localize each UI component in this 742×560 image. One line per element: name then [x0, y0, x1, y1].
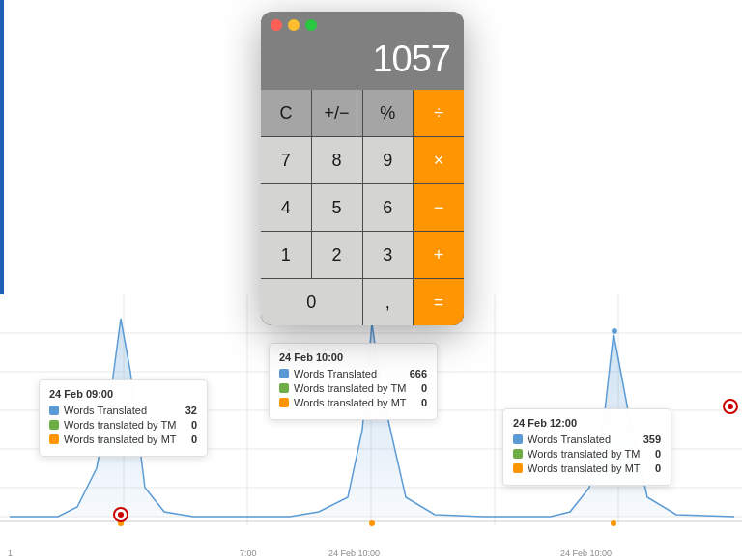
tooltip-center-value-3: 0	[421, 397, 427, 408]
tooltip-left: 24 Feb 09:00 Words Translated 32 Words t…	[39, 379, 208, 457]
tooltip-left-time: 24 Feb 09:00	[49, 388, 197, 400]
tooltip-center-label-3: Words translated by MT	[294, 397, 407, 408]
tooltip-left-label-1: Words Translated	[64, 405, 147, 416]
tooltip-left-value-1: 32	[186, 405, 197, 416]
chart-area: 24 Feb 09:00 Words Translated 32 Words t…	[0, 294, 742, 560]
tooltip-right-row-3: Words translated by MT 0	[513, 462, 661, 474]
tooltip-left-row-2: Words translated by TM 0	[49, 419, 197, 431]
calc-btn-2[interactable]: 2	[312, 232, 362, 278]
tooltip-center-label-2: Words translated by TM	[294, 382, 406, 394]
minimize-button[interactable]	[288, 19, 300, 31]
calc-btn-[interactable]: ,	[363, 279, 414, 325]
tooltip-left-label-2: Words translated by TM	[64, 419, 176, 431]
calculator-window: 1057 C+/−%÷789×456−123+0,=	[261, 12, 464, 325]
tooltip-center-row-2: Words translated by TM 0	[279, 382, 427, 394]
tooltip-right-row-2: Words translated by TM 0	[513, 448, 661, 460]
tooltip-center: 24 Feb 10:00 Words Translated 666 Words …	[269, 343, 438, 420]
legend-orange-icon-c	[279, 398, 289, 407]
calc-btn-[interactable]: ×	[414, 137, 464, 183]
x-label-3: 24 Feb 10:00	[328, 548, 380, 558]
marker-left	[113, 507, 128, 522]
tooltip-center-row-3: Words translated by MT 0	[279, 397, 427, 408]
calc-btn-9[interactable]: 9	[363, 137, 414, 183]
tooltip-left-row-3: Words translated by MT 0	[49, 434, 197, 445]
calc-btn-8[interactable]: 8	[312, 137, 362, 183]
calc-btn-[interactable]: =	[414, 279, 464, 325]
tooltip-left-value-3: 0	[191, 434, 197, 445]
calc-btn-4[interactable]: 4	[261, 184, 311, 231]
tooltip-right-time: 24 Feb 12:00	[513, 417, 661, 429]
tooltip-left-value-2: 0	[191, 419, 197, 431]
tooltip-right-label-3: Words translated by MT	[528, 462, 641, 474]
legend-blue-icon	[49, 406, 59, 415]
blue-dot-right	[611, 327, 618, 335]
calculator-titlebar	[261, 12, 464, 35]
calculator-display: 1057	[261, 35, 464, 90]
legend-green-icon	[49, 420, 59, 430]
tooltip-right-value-3: 0	[655, 462, 661, 474]
tooltip-right-row-1: Words Translated 359	[513, 434, 661, 445]
legend-orange-icon	[49, 434, 59, 444]
calc-btn-6[interactable]: 6	[363, 184, 414, 231]
tooltip-center-value-1: 666	[410, 368, 427, 379]
calc-btn-[interactable]: ÷	[414, 90, 464, 136]
marker-right	[723, 399, 738, 414]
calc-btn-3[interactable]: 3	[363, 232, 414, 278]
calc-btn-[interactable]: %	[363, 90, 414, 136]
x-label-4: 24 Feb 10:00	[560, 548, 612, 558]
calc-btn-0[interactable]: 0	[261, 279, 362, 325]
legend-blue-icon-c	[279, 369, 289, 378]
tooltip-left-row-1: Words Translated 32	[49, 405, 197, 416]
fullscreen-button[interactable]	[305, 19, 317, 31]
legend-green-icon-c	[279, 383, 289, 393]
tooltip-right-value-1: 359	[643, 434, 661, 445]
calc-btn-[interactable]: −	[414, 184, 464, 231]
calc-btn-C[interactable]: C	[261, 90, 311, 136]
calc-btn-5[interactable]: 5	[312, 184, 362, 231]
close-button[interactable]	[271, 19, 282, 31]
tooltip-center-time: 24 Feb 10:00	[279, 351, 427, 363]
svg-point-13	[369, 520, 375, 526]
calc-btn-[interactable]: +	[414, 232, 464, 278]
legend-orange-icon-r	[513, 463, 523, 473]
tooltip-center-row-1: Words Translated 666	[279, 368, 427, 379]
tooltip-right-label-1: Words Translated	[528, 434, 611, 445]
tooltip-right-label-2: Words translated by TM	[528, 448, 640, 460]
tooltip-left-label-3: Words translated by MT	[64, 434, 177, 445]
tooltip-center-label-1: Words Translated	[294, 368, 377, 379]
x-label-2: 7:00	[240, 548, 257, 558]
tooltip-center-value-2: 0	[421, 382, 427, 394]
calc-btn-[interactable]: +/−	[312, 90, 362, 136]
svg-point-14	[611, 520, 616, 526]
tooltip-right: 24 Feb 12:00 Words Translated 359 Words …	[502, 408, 671, 486]
tooltip-right-value-2: 0	[655, 448, 661, 460]
x-label-1: 1	[8, 548, 13, 558]
calculator-buttons: C+/−%÷789×456−123+0,=	[261, 90, 464, 325]
legend-blue-icon-r	[513, 434, 523, 444]
calc-btn-1[interactable]: 1	[261, 232, 311, 278]
legend-green-icon-r	[513, 449, 523, 459]
calc-btn-7[interactable]: 7	[261, 137, 311, 183]
